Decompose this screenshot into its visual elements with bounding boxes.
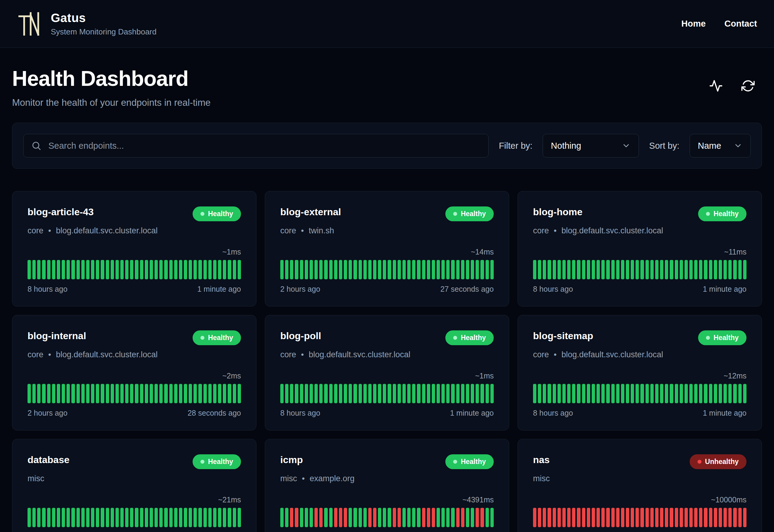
health-bar[interactable]: [208, 384, 212, 403]
health-bar[interactable]: [218, 508, 221, 527]
health-bar[interactable]: [577, 384, 580, 403]
health-bar[interactable]: [601, 260, 605, 279]
health-bar[interactable]: [71, 508, 75, 527]
health-bar[interactable]: [314, 260, 318, 279]
health-bar[interactable]: [159, 508, 163, 527]
health-bar[interactable]: [646, 384, 649, 403]
health-bar[interactable]: [670, 508, 673, 527]
health-bar[interactable]: [47, 384, 50, 403]
health-bar[interactable]: [179, 508, 182, 527]
health-bar[interactable]: [743, 508, 746, 527]
health-bar[interactable]: [233, 384, 236, 403]
health-bar[interactable]: [115, 508, 119, 527]
health-bar[interactable]: [626, 384, 629, 403]
health-bar[interactable]: [724, 384, 727, 403]
health-bar[interactable]: [743, 260, 746, 279]
health-bar[interactable]: [193, 384, 197, 403]
health-bar[interactable]: [743, 384, 746, 403]
health-bar[interactable]: [402, 384, 406, 403]
health-bar[interactable]: [709, 508, 712, 527]
health-bar[interactable]: [154, 508, 158, 527]
health-bar[interactable]: [640, 384, 644, 403]
health-bar[interactable]: [699, 260, 702, 279]
health-bar[interactable]: [407, 508, 411, 527]
health-bar[interactable]: [582, 384, 585, 403]
health-bar[interactable]: [533, 384, 536, 403]
health-bar[interactable]: [208, 260, 212, 279]
health-bar[interactable]: [81, 384, 85, 403]
health-bar[interactable]: [486, 260, 489, 279]
health-bar[interactable]: [42, 508, 45, 527]
health-bar[interactable]: [543, 260, 546, 279]
health-bar[interactable]: [57, 260, 60, 279]
health-bar[interactable]: [310, 508, 313, 527]
sort-select[interactable]: Name: [690, 134, 751, 157]
health-bar[interactable]: [86, 508, 89, 527]
health-bar[interactable]: [135, 508, 138, 527]
health-bar[interactable]: [349, 508, 352, 527]
health-bar[interactable]: [106, 508, 109, 527]
health-bar[interactable]: [626, 260, 629, 279]
health-bar[interactable]: [150, 384, 153, 403]
health-bar[interactable]: [145, 508, 148, 527]
endpoint-card[interactable]: blog-home Healthy core • blog.default.sv…: [518, 191, 762, 307]
health-bar[interactable]: [480, 384, 484, 403]
health-bar[interactable]: [699, 384, 702, 403]
health-bar[interactable]: [81, 508, 85, 527]
health-bar[interactable]: [689, 384, 693, 403]
health-bar[interactable]: [52, 260, 55, 279]
health-bar[interactable]: [145, 384, 148, 403]
health-bar[interactable]: [164, 384, 167, 403]
health-bar[interactable]: [184, 260, 187, 279]
health-bar[interactable]: [32, 384, 36, 403]
health-bar[interactable]: [353, 384, 357, 403]
health-bar[interactable]: [295, 260, 298, 279]
health-bar[interactable]: [373, 260, 376, 279]
health-bar[interactable]: [67, 384, 70, 403]
health-bar[interactable]: [319, 384, 323, 403]
health-bar[interactable]: [461, 508, 464, 527]
health-bar[interactable]: [724, 508, 727, 527]
health-bar[interactable]: [349, 260, 352, 279]
health-bar[interactable]: [714, 384, 717, 403]
health-bar[interactable]: [189, 508, 192, 527]
health-bar[interactable]: [441, 260, 445, 279]
health-bar[interactable]: [130, 384, 133, 403]
health-bar[interactable]: [670, 384, 673, 403]
health-bar[interactable]: [402, 508, 406, 527]
health-bar[interactable]: [344, 260, 347, 279]
health-bar[interactable]: [228, 508, 231, 527]
health-bar[interactable]: [305, 384, 308, 403]
health-bar[interactable]: [606, 508, 610, 527]
health-bar[interactable]: [597, 384, 600, 403]
health-bar[interactable]: [334, 508, 337, 527]
health-bar[interactable]: [42, 384, 45, 403]
health-bar[interactable]: [388, 260, 391, 279]
health-bar[interactable]: [665, 384, 668, 403]
health-bar[interactable]: [393, 384, 396, 403]
health-bar[interactable]: [606, 384, 610, 403]
health-bar[interactable]: [174, 260, 177, 279]
health-bar[interactable]: [71, 384, 75, 403]
health-bar[interactable]: [203, 508, 207, 527]
health-bar[interactable]: [660, 384, 663, 403]
health-bar[interactable]: [441, 508, 445, 527]
health-bar[interactable]: [373, 384, 376, 403]
health-bar[interactable]: [553, 508, 556, 527]
health-bar[interactable]: [213, 260, 216, 279]
health-bar[interactable]: [300, 384, 303, 403]
health-bar[interactable]: [76, 260, 80, 279]
health-bar[interactable]: [398, 508, 401, 527]
health-bar[interactable]: [631, 260, 634, 279]
health-bar[interactable]: [621, 508, 624, 527]
health-bar[interactable]: [562, 508, 566, 527]
health-bar[interactable]: [339, 384, 342, 403]
health-bar[interactable]: [115, 384, 119, 403]
health-bar[interactable]: [189, 384, 192, 403]
health-bar[interactable]: [553, 260, 556, 279]
health-bar[interactable]: [490, 260, 494, 279]
health-bar[interactable]: [606, 260, 610, 279]
health-bar[interactable]: [650, 260, 654, 279]
health-bar[interactable]: [728, 508, 732, 527]
health-bar[interactable]: [314, 508, 318, 527]
